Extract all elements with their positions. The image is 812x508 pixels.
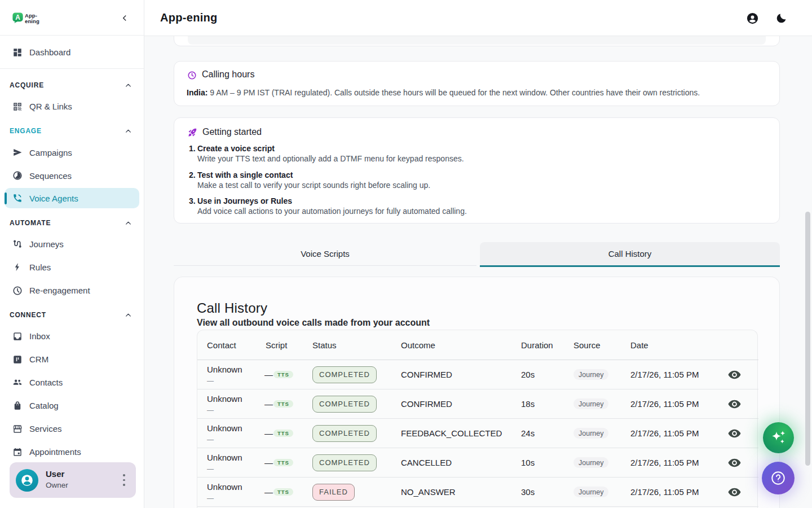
svg-text:A: A	[15, 14, 20, 21]
